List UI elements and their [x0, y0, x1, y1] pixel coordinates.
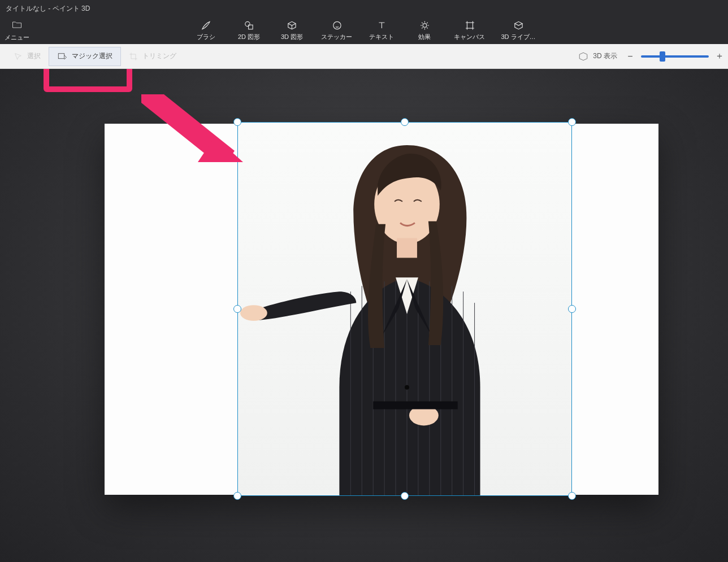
tool-library-label: 3D ライブ… — [501, 33, 535, 41]
selection-handle-top-right[interactable] — [568, 118, 576, 126]
selection-rectangle[interactable] — [237, 122, 572, 496]
svg-point-0 — [245, 21, 250, 26]
magic-select-button[interactable]: マジック選択 — [49, 47, 121, 66]
zoom-controls: − ＋ — [625, 51, 725, 62]
zoom-slider-thumb[interactable] — [660, 51, 665, 62]
effects-icon — [419, 20, 430, 31]
ribbon: メニュー ブラシ 2D 図形 3D 図形 ステッカー — [0, 17, 728, 44]
menu-button[interactable]: メニュー — [0, 17, 34, 44]
tool-effects-label: 効果 — [418, 33, 431, 41]
canvas-image-person — [238, 123, 571, 495]
zoom-in-label: ＋ — [715, 50, 724, 62]
tool-3d-shapes[interactable]: 3D 図形 — [278, 20, 305, 41]
crop-label: トリミング — [142, 51, 176, 61]
selection-handle-middle-right[interactable] — [568, 305, 576, 313]
crop-button[interactable]: トリミング — [121, 47, 184, 66]
tool-2d-label: 2D 図形 — [238, 33, 260, 41]
tool-effects[interactable]: 効果 — [411, 20, 438, 41]
sticker-icon — [331, 20, 343, 31]
window-title: タイトルなし - ペイント 3D — [6, 4, 90, 14]
tool-brush[interactable]: ブラシ — [192, 20, 219, 41]
sub-toolbar: 選択 マジック選択 トリミング 3D 表示 − ＋ — [0, 44, 728, 69]
magic-select-label: マジック選択 — [72, 51, 112, 61]
tool-canvas[interactable]: キャンバス — [454, 20, 485, 41]
folder-icon — [11, 19, 23, 32]
zoom-in-button[interactable]: ＋ — [714, 51, 725, 62]
tool-text[interactable]: テキスト — [368, 20, 395, 41]
svg-rect-7 — [397, 238, 417, 258]
selection-handle-top-center[interactable] — [401, 118, 409, 126]
selection-handle-bottom-center[interactable] — [401, 492, 409, 500]
titlebar: タイトルなし - ペイント 3D — [0, 0, 728, 17]
svg-rect-22 — [373, 402, 457, 409]
svg-point-2 — [333, 21, 340, 29]
selection-handle-bottom-left[interactable] — [233, 492, 241, 500]
tool-sticker[interactable]: ステッカー — [321, 20, 352, 41]
tool-3d-label: 3D 図形 — [281, 33, 303, 41]
library-icon — [513, 20, 524, 31]
tool-3d-library[interactable]: 3D ライブ… — [501, 20, 535, 41]
ribbon-tools: ブラシ 2D 図形 3D 図形 ステッカー テキスト — [192, 17, 535, 44]
svg-point-23 — [405, 385, 409, 390]
svg-rect-4 — [467, 23, 473, 28]
svg-point-3 — [423, 24, 427, 28]
svg-point-20 — [240, 305, 267, 321]
shapes-3d-icon — [286, 20, 297, 31]
zoom-out-label: − — [627, 51, 632, 62]
view-3d-label: 3D 表示 — [593, 51, 617, 61]
tool-canvas-label: キャンバス — [454, 33, 485, 41]
tool-sticker-label: ステッカー — [321, 33, 352, 41]
menu-label: メニュー — [5, 33, 29, 42]
canvas-icon — [464, 20, 475, 31]
shapes-2d-icon — [243, 20, 254, 31]
selection-handle-top-left[interactable] — [233, 118, 241, 126]
text-icon — [376, 20, 387, 31]
annotation-highlight-box — [44, 69, 132, 92]
tool-brush-label: ブラシ — [197, 33, 215, 41]
tool-text-label: テキスト — [369, 33, 394, 41]
tool-2d-shapes[interactable]: 2D 図形 — [235, 20, 262, 41]
selection-handle-bottom-right[interactable] — [568, 492, 576, 500]
selection-handle-middle-left[interactable] — [233, 305, 241, 313]
brush-icon — [200, 20, 211, 31]
zoom-slider[interactable] — [641, 55, 709, 58]
select-label: 選択 — [27, 51, 41, 61]
zoom-out-button[interactable]: − — [625, 51, 635, 62]
view-3d-button[interactable]: 3D 表示 — [578, 51, 617, 62]
select-button[interactable]: 選択 — [6, 47, 49, 66]
svg-rect-5 — [58, 53, 64, 58]
workspace[interactable] — [0, 69, 728, 562]
